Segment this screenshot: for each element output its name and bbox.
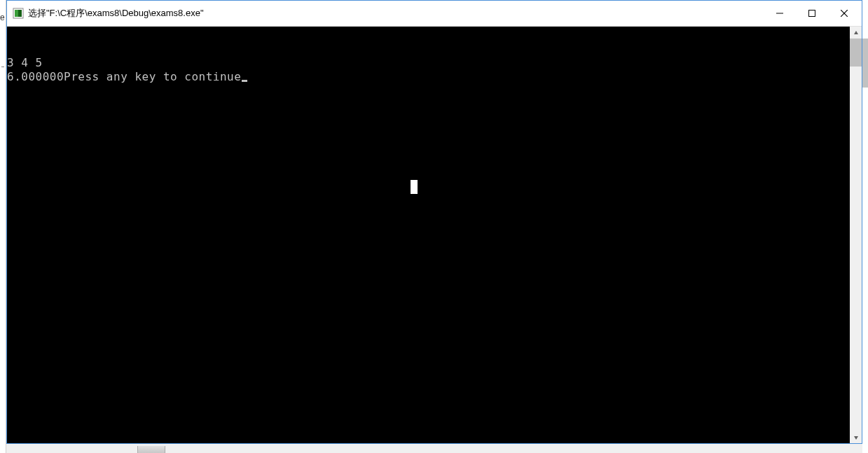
console-line-1: 3 4 5 (7, 56, 850, 70)
console-window: 选择"F:\C程序\exams8\Debug\exams8.exe" 3 4 5… (6, 0, 862, 444)
close-button[interactable] (828, 1, 860, 26)
titlebar[interactable]: 选择"F:\C程序\exams8\Debug\exams8.exe" (7, 1, 862, 27)
minimize-button[interactable] (764, 1, 796, 26)
window-controls (764, 1, 860, 26)
background-bottom-fragment (137, 446, 165, 453)
console-app-icon (13, 8, 24, 19)
scroll-down-button[interactable] (850, 431, 862, 443)
svg-rect-2 (18, 10, 22, 17)
text-cursor (242, 80, 247, 82)
window-title: 选择"F:\C程序\exams8\Debug\exams8.exe" (28, 7, 764, 20)
bg-bar (1, 67, 4, 67)
console-text-2: 6.000000Press any key to continue (7, 70, 241, 83)
bg-right-thumb (862, 39, 868, 88)
bg-char: e (0, 13, 5, 22)
background-right-strip (862, 0, 868, 453)
background-left-strip: e (0, 0, 6, 453)
scroll-up-button[interactable] (850, 27, 862, 39)
selection-cursor-block (411, 180, 418, 194)
console-line-2: 6.000000Press any key to continue (7, 70, 850, 84)
console-output[interactable]: 3 4 56.000000Press any key to continue (7, 27, 850, 443)
svg-marker-8 (854, 436, 858, 440)
svg-rect-4 (809, 11, 815, 17)
vertical-scrollbar[interactable] (850, 27, 862, 443)
client-area: 3 4 56.000000Press any key to continue (7, 27, 862, 443)
scroll-track[interactable] (850, 39, 862, 431)
svg-rect-1 (15, 10, 18, 17)
scroll-thumb[interactable] (850, 39, 862, 67)
maximize-button[interactable] (796, 1, 828, 26)
svg-marker-7 (854, 31, 858, 34)
